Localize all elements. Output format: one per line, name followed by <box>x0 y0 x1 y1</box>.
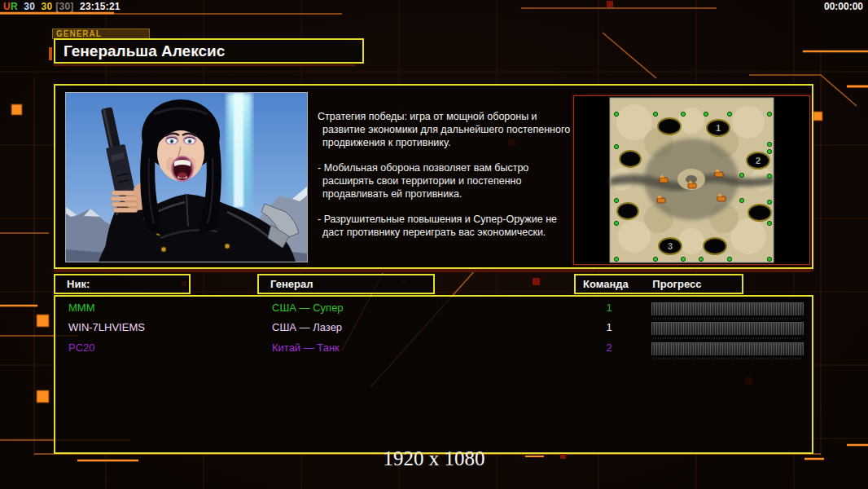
player-general: США — Супер <box>272 300 344 316</box>
general-name: Генеральша Алексис <box>64 42 225 59</box>
map-preview: 1 2 3 <box>573 95 810 265</box>
header-nick: Ник: <box>54 274 191 294</box>
player-loading-progress-bar <box>651 322 804 335</box>
header-team: Команда <box>583 278 629 290</box>
player-loading-progress-bar <box>651 342 804 355</box>
player-general: США — Лазер <box>272 319 342 336</box>
match-timer: 00:00:00 <box>824 1 863 12</box>
player-loading-progress-bar <box>651 302 804 315</box>
strategy-text: Стратегия победы: игра от мощной обороны… <box>318 110 573 251</box>
game-loading-screen: UR 30 30[30] 23:15:21 00:00:00 GENERAL Г… <box>0 0 868 489</box>
player-row: WIN-7LHVIEMS США — Лазер 1 <box>55 319 812 337</box>
header-team-progress: Команда Прогресс <box>574 274 743 294</box>
player-nick: MMM <box>68 300 95 316</box>
player-row: MMM США — Супер 1 <box>55 300 812 318</box>
player-team: 2 <box>601 340 617 356</box>
map-marker-3: 3 <box>668 241 673 251</box>
status-clock: 23:15:21 <box>80 1 121 12</box>
header-general: Генерал <box>257 274 435 294</box>
general-name-box: Генеральша Алексис <box>54 38 364 64</box>
status-fps-bracket: [30] <box>55 1 73 12</box>
map-image: 1 2 3 <box>574 96 809 264</box>
player-general: Китай — Танк <box>272 340 340 356</box>
map-marker-1: 1 <box>716 123 721 133</box>
status-bar: UR 30 30[30] 23:15:21 <box>3 1 121 12</box>
strategy-paragraph-1: Стратегия победы: игра от мощной обороны… <box>318 110 573 149</box>
general-info-panel: Стратегия победы: игра от мощной обороны… <box>54 84 813 269</box>
general-portrait <box>65 92 308 262</box>
status-segment-r: R <box>11 1 18 12</box>
header-progress: Прогресс <box>652 278 701 290</box>
player-row: PC20 Китай — Танк 2 <box>55 340 812 358</box>
strategy-paragraph-3: - Разрушительные повышения и Супер-Оружи… <box>318 213 573 239</box>
portrait-image <box>66 93 307 262</box>
players-list-panel: MMM США — Супер 1 WIN-7LHVIEMS США — Лаз… <box>54 295 813 454</box>
status-fps-value: 30 <box>24 1 35 12</box>
player-team: 1 <box>601 300 617 316</box>
player-nick: WIN-7LHVIEMS <box>68 319 145 336</box>
status-segment-u: U <box>3 1 11 12</box>
resolution-label: 1920 x 1080 <box>0 447 868 470</box>
player-nick: PC20 <box>68 340 95 356</box>
map-marker-2: 2 <box>756 156 761 165</box>
player-team: 1 <box>601 319 617 336</box>
status-fps-cap: 30 <box>42 1 53 12</box>
strategy-paragraph-2: - Мобильная оборона позволяет вам быстро… <box>318 161 573 200</box>
